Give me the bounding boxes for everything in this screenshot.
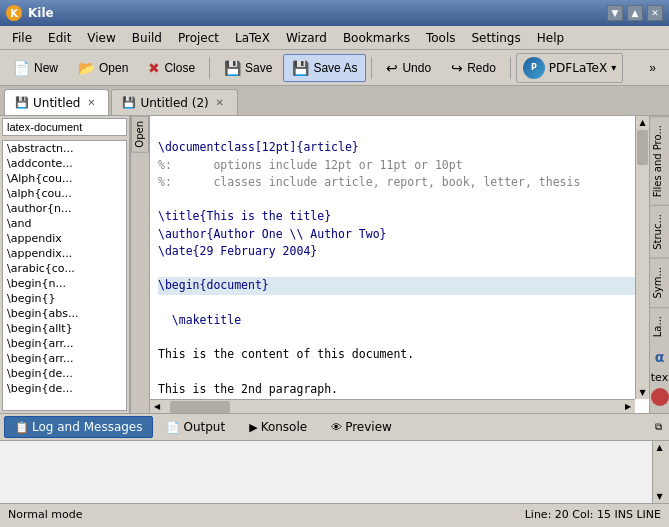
bottom-tabbar: 📋 Log and Messages 📄 Output ▶ Konsole 👁 … [0,413,669,441]
more-button[interactable]: » [640,54,665,82]
close-window-button[interactable]: ✕ [647,5,663,21]
statusbar: Normal mode Line: 20 Col: 15 INS LINE [0,503,669,525]
new-button[interactable]: 📄 New [4,54,67,82]
list-item[interactable]: \appendix... [3,246,126,261]
list-item[interactable]: \appendix [3,231,126,246]
tab-untitled-2[interactable]: 💾 Untitled (2) ✕ [111,89,237,115]
status-mode: Normal mode [8,508,83,521]
toolbar-separator-3 [510,57,511,79]
redo-button[interactable]: ↪ Redo [442,54,505,82]
menu-view[interactable]: View [79,29,123,47]
maximize-button[interactable]: ▲ [627,5,643,21]
new-icon: 📄 [13,60,30,76]
undo-button[interactable]: ↩ Undo [377,54,440,82]
list-item[interactable]: \alph{cou... [3,186,126,201]
menu-wizard[interactable]: Wizard [278,29,335,47]
editor-area[interactable]: \documentclass[12pt]{article} %: options… [150,116,649,413]
menu-help[interactable]: Help [529,29,572,47]
save-button[interactable]: 💾 Save [215,54,281,82]
tab-2-save-icon: 💾 [122,96,136,109]
titlebar: K Kile ▼ ▲ ✕ [0,0,669,26]
open-icon: 📂 [78,60,95,76]
scroll-up-arrow[interactable]: ▲ [636,116,649,129]
close-icon: ✖ [148,60,160,76]
bottom-vscrollbar[interactable]: ▲ ▼ [652,441,666,503]
close-button[interactable]: ✖ Close [139,54,204,82]
menu-edit[interactable]: Edit [40,29,79,47]
sidebar-search-container [0,116,129,138]
list-item[interactable]: \begin{arr... [3,351,126,366]
bottom-panel: 📋 Log and Messages 📄 Output ▶ Konsole 👁 … [0,413,669,503]
scroll-left-arrow[interactable]: ◀ [150,400,164,413]
left-sidebar: \abstractn... \addconte... \Alph{cou... … [0,116,130,413]
pdflatex-button[interactable]: P PDFLaTeX ▾ [516,53,623,83]
list-item[interactable]: \begin{allt} [3,321,126,336]
scroll-right-arrow[interactable]: ▶ [621,400,635,413]
list-item[interactable]: \begin{n... [3,276,126,291]
tab-output[interactable]: 📄 Output [155,416,236,438]
list-item[interactable]: \begin{de... [3,381,126,396]
editor-content[interactable]: \documentclass[12pt]{article} %: options… [150,116,649,413]
tab-log-messages[interactable]: 📋 Log and Messages [4,416,153,438]
vtab-la[interactable]: La... [650,307,670,345]
menubar: File Edit View Build Project LaTeX Wizar… [0,26,669,50]
log-icon: 📋 [15,421,29,434]
app-icon: K [6,5,22,21]
scroll-thumb[interactable] [637,130,648,165]
bottom-scroll-up[interactable]: ▲ [653,441,666,454]
minimize-button[interactable]: ▼ [607,5,623,21]
sidebar-search-input[interactable] [2,118,127,136]
list-item[interactable]: \arabic{co... [3,261,126,276]
list-item[interactable]: \begin{de... [3,366,126,381]
saveas-button[interactable]: 💾 Save As [283,54,366,82]
pdflatex-dropdown-icon: ▾ [611,62,616,73]
vtab-struc[interactable]: Struc... [650,205,670,258]
tab-2-close-icon[interactable]: ✕ [213,96,227,110]
tab-untitled-1[interactable]: 💾 Untitled ✕ [4,89,109,115]
tab-preview[interactable]: 👁 Preview [320,416,403,438]
tab-1-close-icon[interactable]: ✕ [84,96,98,110]
menu-latex[interactable]: LaTeX [227,29,278,47]
right-vtabs: Files and Pro... Struc... Sym... La... α… [649,116,669,413]
list-item[interactable]: \and [3,216,126,231]
menu-file[interactable]: File [4,29,40,47]
hscroll-thumb[interactable] [170,401,230,413]
pdflatex-logo-icon: P [523,57,545,79]
list-item[interactable]: \addconte... [3,156,126,171]
bottom-content-area: ▲ ▼ [0,441,669,503]
editor-hscrollbar[interactable]: ◀ ▶ [150,399,635,413]
toolbar-separator-2 [371,57,372,79]
open-button[interactable]: 📂 Open [69,54,137,82]
toolbar: 📄 New 📂 Open ✖ Close 💾 Save 💾 Save As ↩ … [0,50,669,86]
list-item[interactable]: \abstractn... [3,141,126,156]
list-item[interactable]: \begin{abs... [3,306,126,321]
open-side-button[interactable]: Open [131,116,149,153]
bottom-scroll-down[interactable]: ▼ [653,490,666,503]
vtab-files[interactable]: Files and Pro... [650,116,670,205]
undo-icon: ↩ [386,60,398,76]
menu-bookmarks[interactable]: Bookmarks [335,29,418,47]
list-item[interactable]: \Alph{cou... [3,171,126,186]
menu-project[interactable]: Project [170,29,227,47]
konsole-icon: ▶ [249,421,257,434]
scroll-down-arrow[interactable]: ▼ [636,386,649,399]
vtab-alpha[interactable]: α [653,345,667,369]
editor-vscrollbar[interactable]: ▲ ▼ [635,116,649,399]
tab-konsole[interactable]: ▶ Konsole [238,416,318,438]
menu-settings[interactable]: Settings [464,29,529,47]
preview-icon: 👁 [331,421,342,434]
list-item[interactable]: \author{n... [3,201,126,216]
titlebar-controls: ▼ ▲ ✕ [607,5,663,21]
vtab-sym[interactable]: Sym... [650,258,670,307]
menu-tools[interactable]: Tools [418,29,464,47]
saveas-icon: 💾 [292,60,309,76]
avatar [651,388,669,406]
titlebar-title: Kile [28,6,54,20]
vtab-tex[interactable]: tex [649,369,669,386]
list-item[interactable]: \begin{arr... [3,336,126,351]
bottom-panel-resize[interactable]: ⧉ [651,421,665,433]
menu-build[interactable]: Build [124,29,170,47]
list-item[interactable]: \begin{} [3,291,126,306]
save-icon: 💾 [224,60,241,76]
tab-2-label: Untitled (2) [140,96,208,110]
